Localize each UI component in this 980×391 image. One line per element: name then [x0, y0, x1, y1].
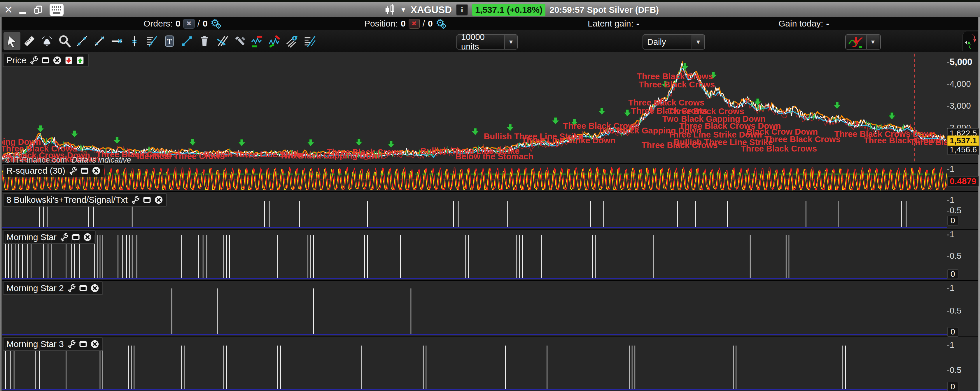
- segment-tool[interactable]: [91, 32, 108, 50]
- morning-star-chart-canvas[interactable]: [2, 230, 947, 280]
- indicator-settings-button[interactable]: [130, 195, 140, 204]
- chart-style-button[interactable]: ▼: [845, 34, 881, 49]
- pattern-down-tool[interactable]: [248, 32, 266, 50]
- arrow-tool[interactable]: [178, 32, 196, 50]
- indicator-close-button[interactable]: [90, 339, 99, 349]
- order-panel-toggle[interactable]: [963, 32, 978, 51]
- indicator-settings-button[interactable]: [68, 166, 78, 176]
- indicator-close-button[interactable]: [154, 195, 163, 204]
- sell-signal-arrow-icon: [356, 139, 363, 146]
- position-label: Position:: [364, 19, 398, 28]
- indicator-tick-label: 1: [950, 195, 955, 205]
- morning-star-panel-title: Morning Star: [6, 232, 57, 242]
- price-tick-label: 5,000: [950, 57, 972, 67]
- morning-star-3-chart-canvas[interactable]: [2, 337, 947, 391]
- chevron-down-icon[interactable]: ▼: [692, 35, 705, 49]
- sell-signal-arrow-icon: [238, 139, 245, 146]
- sell-signal-button[interactable]: [64, 55, 73, 65]
- latent-gain-value: -: [636, 19, 640, 28]
- price-chart-canvas[interactable]: Black Gapping DownThree Black CrowsThree…: [2, 52, 947, 163]
- close-position-button[interactable]: ✖: [409, 19, 420, 28]
- indicator-settings-button[interactable]: [59, 233, 69, 242]
- restore-window-button[interactable]: [33, 5, 44, 15]
- chevron-down-icon[interactable]: ▼: [504, 35, 517, 49]
- rsquared-chart-canvas[interactable]: [2, 164, 947, 191]
- keyboard-icon[interactable]: [49, 3, 64, 17]
- fibonacci-tool[interactable]: [143, 32, 161, 50]
- indicator-settings-button[interactable]: [29, 55, 38, 65]
- gain-today-label: Gain today:: [778, 19, 823, 28]
- pattern-zigzag-tool[interactable]: [266, 32, 283, 50]
- indicator-tick-label: 1: [950, 340, 955, 350]
- timeframe-select[interactable]: Daily ▼: [643, 34, 705, 49]
- vertical-line-tool[interactable]: [126, 32, 143, 50]
- sigma-channel-tool[interactable]: σ: [283, 32, 301, 50]
- indicator-window-button[interactable]: [41, 55, 50, 65]
- indicator-window-button[interactable]: [142, 195, 152, 204]
- alert-tool[interactable]: [38, 32, 56, 50]
- fibonacci-tool-icon: [145, 34, 159, 48]
- position-count-2: 0: [428, 19, 433, 28]
- text-tool[interactable]: T: [161, 32, 178, 50]
- pattern-annotation: Three Black Crows: [741, 144, 817, 153]
- chart-style-icon: [846, 35, 866, 49]
- indicator-tick-label: 0.5: [950, 306, 961, 315]
- sell-signal-arrow-icon: [552, 117, 559, 124]
- morning-star-panel-header-icons: [59, 233, 92, 242]
- scrollbar-strip[interactable]: [978, 17, 980, 391]
- morning-star-2-chart-canvas[interactable]: [2, 281, 947, 336]
- rsquared-panel-header: R-squared (30): [3, 164, 104, 177]
- indicator-close-button[interactable]: [83, 233, 92, 242]
- chevron-down-icon[interactable]: ▼: [866, 35, 879, 49]
- minimize-window-button[interactable]: [18, 5, 28, 15]
- session-low-badge: 1,456.6: [947, 144, 979, 155]
- orders-group: Orders: 0 ✖ / 0 ⚙⚙: [143, 17, 221, 30]
- sell-signal-arrow-icon: [598, 108, 605, 115]
- zero-baseline: [2, 389, 947, 390]
- morning-star-2-panel-title: Morning Star 2: [6, 283, 64, 293]
- instrument-header: ▼ XAGUSD i 1,537.1 (+0.18%) 20:59:57 Spo…: [384, 4, 659, 16]
- sell-signal-arrow-icon: [189, 139, 196, 146]
- position-settings-icon[interactable]: ⚙⚙: [436, 17, 446, 30]
- position-separator: /: [423, 19, 425, 28]
- last-price-badge: 1,537.1: [947, 136, 979, 146]
- vertical-line-tool-icon: [128, 34, 141, 48]
- delete-all-tool[interactable]: [213, 32, 231, 50]
- cancel-orders-button[interactable]: ✖: [183, 19, 194, 28]
- delete-tool[interactable]: [196, 32, 213, 50]
- indicator-tick-label: 0.5: [950, 251, 961, 261]
- indicator-close-button[interactable]: [90, 283, 99, 293]
- indicator-window-button[interactable]: [78, 339, 88, 349]
- title-bar: ✕ ▼ XAGUSD i 1,537.1 (+0.18%) 20:59:57 S…: [0, 2, 980, 17]
- indicator-settings-button[interactable]: [67, 339, 76, 349]
- instrument-dropdown[interactable]: ▼: [400, 6, 407, 14]
- bulkowski-panel-title: 8 Bulkowski's+Trend/Signal/Txt: [6, 195, 128, 205]
- orders-count-2: 0: [203, 19, 208, 28]
- orders-settings-icon[interactable]: ⚙⚙: [211, 17, 221, 30]
- horizontal-line-tool[interactable]: [108, 32, 126, 50]
- pitchfork-tool-icon: [303, 34, 316, 48]
- morning-star-3-panel-header: Morning Star 3: [3, 337, 103, 351]
- buy-signal-button[interactable]: [76, 55, 85, 65]
- close-window-button[interactable]: ✕: [4, 4, 13, 16]
- pitchfork-tool[interactable]: [301, 32, 318, 50]
- indicator-settings-button[interactable]: [67, 283, 76, 293]
- zoom-tool-icon: [58, 34, 71, 48]
- cursor-tool[interactable]: [3, 32, 21, 50]
- trendline-tool[interactable]: [73, 32, 91, 50]
- indicator-window-button[interactable]: [71, 233, 81, 242]
- ruler-tool[interactable]: [21, 32, 38, 50]
- indicator-zero-badge: 0: [947, 327, 958, 337]
- latent-gain-group: Latent gain: -: [588, 17, 640, 30]
- units-select[interactable]: 10000 units ▼: [457, 34, 518, 49]
- indicator-close-button[interactable]: [92, 166, 101, 176]
- drawing-tools[interactable]: [231, 32, 248, 50]
- indicator-tick-label: 1: [950, 283, 955, 293]
- copyright-text: © IT-Finance.com: [5, 155, 67, 164]
- indicator-window-button[interactable]: [80, 166, 89, 176]
- morning-star-2-panel-header-icons: [67, 283, 99, 293]
- info-button[interactable]: i: [456, 4, 468, 16]
- indicator-close-button[interactable]: [52, 55, 62, 65]
- indicator-window-button[interactable]: [78, 283, 88, 293]
- zoom-tool[interactable]: [56, 32, 73, 50]
